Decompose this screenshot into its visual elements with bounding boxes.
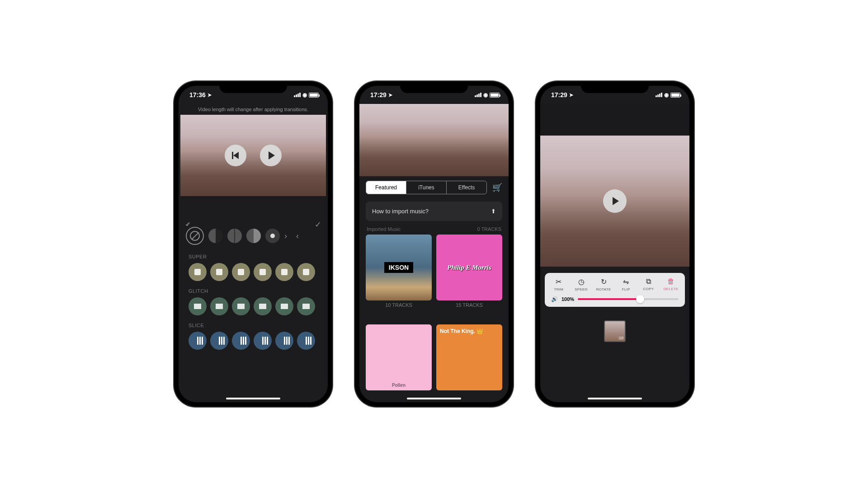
slice-effect[interactable]: [232, 332, 250, 350]
super-effect[interactable]: [189, 263, 207, 281]
album-art: IKSON: [366, 235, 432, 300]
location-icon: ➤: [569, 92, 573, 98]
super-effect[interactable]: [297, 263, 315, 281]
super-effect[interactable]: [254, 263, 272, 281]
transition-thumb[interactable]: [227, 229, 242, 243]
confirm-icon[interactable]: ✓: [315, 220, 321, 230]
imported-meta: Imported Music 0 TRACKS: [359, 224, 509, 235]
trash-icon: 🗑: [667, 277, 675, 286]
track-count: 15 TRACKS: [436, 302, 502, 308]
music-grid: IKSON 10 TRACKS Philip E Morris 15 TRACK…: [359, 235, 509, 402]
trim-tool[interactable]: ✂TRIM: [547, 277, 570, 291]
play-button[interactable]: [260, 145, 282, 166]
hint-text: Video length will change after applying …: [179, 104, 328, 115]
album-art: Philip E Morris: [436, 235, 502, 300]
home-indicator[interactable]: [588, 398, 642, 399]
chevron-left-icon[interactable]: ‹: [296, 231, 299, 241]
scissors-icon: ✂: [556, 277, 561, 286]
tab-featured[interactable]: Featured: [366, 181, 406, 194]
volume-row: 🔊 100%: [547, 296, 682, 302]
home-indicator[interactable]: [226, 398, 280, 399]
album-item[interactable]: Pollen: [366, 324, 432, 403]
import-help-bar[interactable]: How to import music? ⬆: [366, 202, 502, 221]
slice-label: SLICE: [189, 323, 318, 328]
imported-count: 0 TRACKS: [477, 226, 501, 232]
slider-thumb[interactable]: [636, 295, 644, 303]
transition-thumb[interactable]: [246, 229, 261, 243]
play-icon: [613, 197, 619, 205]
transition-thumb[interactable]: [208, 229, 223, 243]
glitch-effect[interactable]: [210, 297, 228, 315]
tab-effects[interactable]: Effects: [446, 181, 486, 194]
home-indicator[interactable]: [407, 398, 461, 399]
glitch-label: GLITCH: [189, 288, 318, 294]
delete-tool[interactable]: 🗑DELETE: [660, 277, 682, 291]
timeline: :10: [540, 307, 689, 356]
slice-effect[interactable]: [275, 332, 293, 350]
glitch-effect[interactable]: [189, 297, 207, 315]
album-art: Pollen: [366, 324, 432, 390]
slice-effects-row: [189, 332, 318, 350]
chevron-right-icon[interactable]: ›: [284, 231, 287, 241]
top-bar-dimmed: [540, 104, 689, 136]
phone-mockup-transitions: 17:36➤ ◉ Video length will change after …: [174, 81, 332, 407]
glitch-effect[interactable]: [297, 297, 315, 315]
super-effect[interactable]: [275, 263, 293, 281]
import-icon: ⬆: [491, 208, 496, 215]
slice-effect[interactable]: [297, 332, 315, 350]
slice-effect[interactable]: [210, 332, 228, 350]
glitch-effect[interactable]: [275, 297, 293, 315]
clip-thumbnail[interactable]: :10: [604, 320, 626, 342]
phone-mockup-music: 17:29➤ ◉ Featured iTunes Effects 🛒 How t…: [355, 81, 513, 407]
import-prompt: How to import music?: [372, 208, 429, 215]
notch: [581, 81, 649, 93]
previous-button[interactable]: [225, 145, 246, 166]
none-transition[interactable]: [186, 227, 204, 245]
track-count: 10 TRACKS: [366, 302, 432, 308]
apply-all-icon[interactable]: ✓✓: [185, 221, 187, 228]
play-icon: [269, 151, 275, 160]
rotate-tool[interactable]: ↻ROTATE: [592, 277, 615, 291]
volume-slider[interactable]: [578, 298, 679, 300]
location-icon: ➤: [388, 92, 392, 98]
music-tabs: Featured iTunes Effects 🛒: [359, 176, 509, 199]
album-item[interactable]: Philip E Morris 15 TRACKS: [436, 235, 502, 320]
status-indicators: ◉: [294, 92, 319, 98]
flip-tool[interactable]: ⇋FLIP: [615, 277, 637, 291]
status-indicators: ◉: [475, 92, 500, 98]
transition-thumb[interactable]: [265, 229, 280, 243]
super-label: SUPER: [189, 254, 318, 259]
super-effect[interactable]: [210, 263, 228, 281]
screen: 17:36➤ ◉ Video length will change after …: [179, 86, 328, 402]
album-art: Not The King. 👑: [436, 324, 502, 390]
notch: [400, 81, 468, 93]
glitch-effect[interactable]: [254, 297, 272, 315]
video-preview: [180, 115, 326, 196]
slice-effect[interactable]: [189, 332, 207, 350]
phone-mockup-edit: 17:29➤ ◉ ✂TRIM ◷SPEED ↻ROTATE ⇋FLIP ⧉COP…: [536, 81, 694, 407]
gauge-icon: ◷: [578, 277, 585, 286]
screen: 17:29➤ ◉ ✂TRIM ◷SPEED ↻ROTATE ⇋FLIP ⧉COP…: [540, 86, 689, 402]
rotate-icon: ↻: [601, 277, 607, 286]
notch: [219, 81, 287, 93]
glitch-effect[interactable]: [232, 297, 250, 315]
cart-icon[interactable]: 🛒: [492, 183, 502, 192]
tab-itunes[interactable]: iTunes: [406, 181, 446, 194]
flip-icon: ⇋: [623, 277, 629, 286]
video-preview: [540, 136, 689, 267]
album-item[interactable]: Not The King. 👑: [436, 324, 502, 403]
status-time: 17:29: [370, 91, 387, 99]
clip-toolbar: ✂TRIM ◷SPEED ↻ROTATE ⇋FLIP ⧉COPY 🗑DELETE…: [545, 273, 685, 307]
screen: 17:29➤ ◉ Featured iTunes Effects 🛒 How t…: [359, 86, 509, 402]
previous-icon: [232, 152, 239, 159]
status-time: 17:29: [551, 91, 567, 99]
super-effect[interactable]: [232, 263, 250, 281]
album-item[interactable]: IKSON 10 TRACKS: [366, 235, 432, 320]
speed-tool[interactable]: ◷SPEED: [570, 277, 593, 291]
volume-value: 100%: [561, 296, 574, 302]
play-button[interactable]: [603, 189, 627, 213]
copy-tool[interactable]: ⧉COPY: [637, 277, 660, 291]
slice-effect[interactable]: [254, 332, 272, 350]
super-effects-row: [189, 263, 318, 281]
glitch-effects-row: [189, 297, 318, 315]
